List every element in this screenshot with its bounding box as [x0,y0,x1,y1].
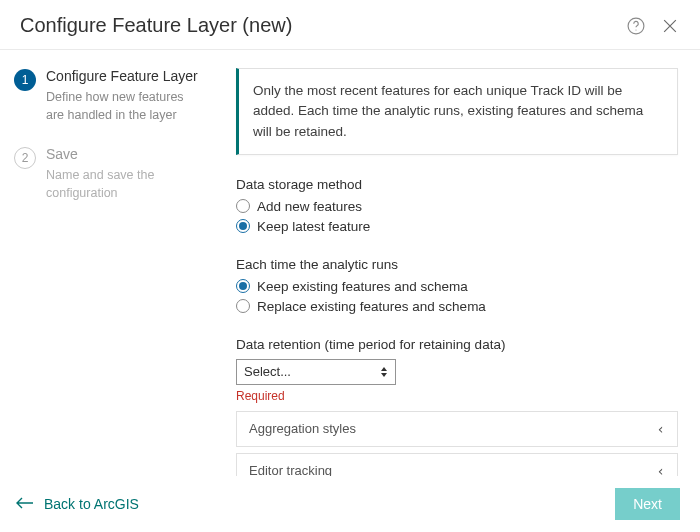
help-icon[interactable] [626,16,646,36]
wizard-step-save[interactable]: 2 Save Name and save the configuration [14,146,200,202]
data-retention-select[interactable]: Select... [236,359,396,385]
data-storage-label: Data storage method [236,177,678,192]
main-panel: Only the most recent features for each u… [214,50,700,476]
accordion-label: Editor tracking [249,463,332,476]
wizard-sidebar: 1 Configure Feature Layer Define how new… [0,50,214,476]
select-value: Select... [244,364,291,379]
modal-footer: Back to ArcGIS Next [0,476,700,532]
radio-label: Add new features [257,199,362,214]
required-hint: Required [236,389,678,403]
radio-icon [236,199,250,213]
step-text: Save Name and save the configuration [46,146,200,202]
modal-title: Configure Feature Layer (new) [20,14,626,37]
header-actions [626,16,680,36]
radio-replace-existing[interactable]: Replace existing features and schema [236,299,678,314]
configure-feature-layer-modal: Configure Feature Layer (new) 1 [0,0,700,532]
radio-icon [236,299,250,313]
back-link-label: Back to ArcGIS [44,496,139,512]
chevron-left-icon: ‹ [657,463,665,476]
step-number-badge: 1 [14,69,36,91]
accordion-label: Aggregation styles [249,421,356,436]
chevron-left-icon: ‹ [657,421,665,437]
stepper-arrows-icon [380,366,388,378]
step-text: Configure Feature Layer Define how new f… [46,68,200,124]
radio-label: Keep latest feature [257,219,370,234]
radio-add-new-features[interactable]: Add new features [236,199,678,214]
step-description: Name and save the configuration [46,166,200,202]
step-title: Configure Feature Layer [46,68,200,84]
analytic-runs-label: Each time the analytic runs [236,257,678,272]
step-number-badge: 2 [14,147,36,169]
accordion-editor-tracking[interactable]: Editor tracking ‹ [236,453,678,476]
step-title: Save [46,146,200,162]
next-button[interactable]: Next [615,488,680,520]
radio-icon [236,219,250,233]
close-icon[interactable] [660,16,680,36]
radio-keep-existing[interactable]: Keep existing features and schema [236,279,678,294]
radio-icon [236,279,250,293]
data-retention-label: Data retention (time period for retainin… [236,337,678,352]
arrow-left-icon [16,496,34,512]
radio-label: Replace existing features and schema [257,299,486,314]
radio-label: Keep existing features and schema [257,279,468,294]
modal-header: Configure Feature Layer (new) [0,0,700,49]
accordion-aggregation-styles[interactable]: Aggregation styles ‹ [236,411,678,447]
wizard-step-configure[interactable]: 1 Configure Feature Layer Define how new… [14,68,200,124]
svg-point-1 [636,29,637,30]
back-to-arcgis-link[interactable]: Back to ArcGIS [16,496,139,512]
radio-keep-latest-feature[interactable]: Keep latest feature [236,219,678,234]
info-callout: Only the most recent features for each u… [236,68,678,155]
modal-body: 1 Configure Feature Layer Define how new… [0,50,700,476]
step-description: Define how new features are handled in t… [46,88,200,124]
